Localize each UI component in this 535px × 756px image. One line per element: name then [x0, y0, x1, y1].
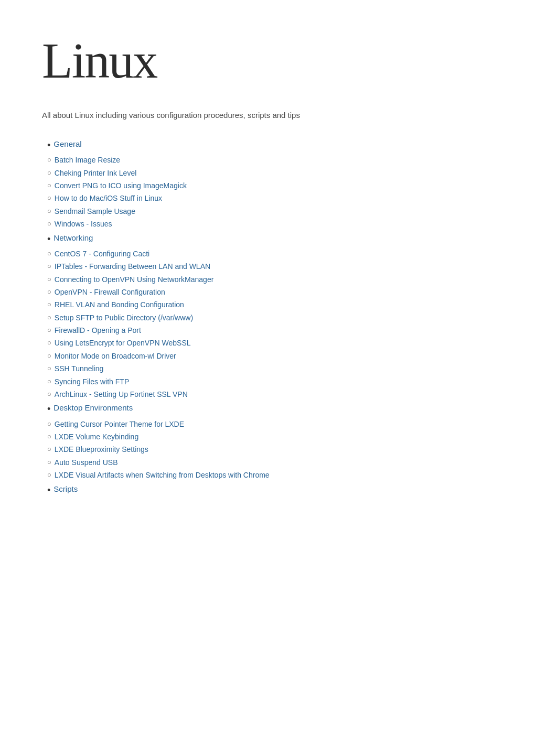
sub-items-general: ○Batch Image Resize○Cheking Printer Ink … — [47, 154, 493, 230]
sub-item-link[interactable]: Connecting to OpenVPN Using NetworkManag… — [55, 274, 214, 285]
list-item: ○Windows - Issues — [47, 218, 493, 230]
sub-bullet-icon: ○ — [47, 287, 51, 298]
sub-bullet-icon: ○ — [47, 155, 51, 166]
sub-item-link[interactable]: ArchLinux - Setting Up Fortinet SSL VPN — [55, 388, 188, 400]
sub-item-link[interactable]: Getting Cursor Pointer Theme for LXDE — [55, 418, 184, 430]
sub-bullet-icon: ○ — [47, 193, 51, 204]
sub-item-link[interactable]: Cheking Printer Ink Level — [55, 167, 136, 179]
sub-item-link[interactable]: Sendmail Sample Usage — [55, 206, 135, 217]
list-item: ○LXDE Volume Keybinding — [47, 431, 493, 442]
table-of-contents: •General○Batch Image Resize○Cheking Prin… — [47, 138, 493, 497]
bullet-dot: • — [47, 139, 50, 152]
category-link-general[interactable]: General — [54, 138, 81, 150]
list-item: ○FirewallD - Opening a Port — [47, 325, 493, 336]
list-item: ○Batch Image Resize — [47, 154, 493, 166]
category-item-general: •General — [47, 138, 493, 152]
sub-item-link[interactable]: Syncing Files with FTP — [55, 376, 129, 387]
sub-item-link[interactable]: FirewallD - Opening a Port — [55, 325, 141, 336]
sub-bullet-icon: ○ — [47, 444, 51, 455]
list-item: ○Getting Cursor Pointer Theme for LXDE — [47, 418, 493, 430]
sub-bullet-icon: ○ — [47, 363, 51, 374]
sub-item-link[interactable]: LXDE Blueproximity Settings — [55, 444, 148, 455]
sub-item-link[interactable]: Auto Suspend USB — [55, 457, 118, 468]
sub-bullet-icon: ○ — [47, 180, 51, 191]
bullet-dot: • — [47, 403, 50, 416]
list-item: ○ArchLinux - Setting Up Fortinet SSL VPN — [47, 388, 493, 400]
list-item: ○LXDE Blueproximity Settings — [47, 444, 493, 455]
sub-item-link[interactable]: SSH Tunneling — [55, 363, 103, 374]
bullet-dot: • — [47, 484, 50, 497]
category-link-networking[interactable]: Networking — [54, 232, 93, 244]
sub-bullet-icon: ○ — [47, 431, 51, 442]
sub-bullet-icon: ○ — [47, 249, 51, 260]
sub-bullet-icon: ○ — [47, 168, 51, 179]
bullet-dot: • — [47, 233, 50, 246]
sub-item-link[interactable]: Convert PNG to ICO using ImageMagick — [55, 180, 187, 191]
sub-bullet-icon: ○ — [47, 274, 51, 285]
sub-bullet-icon: ○ — [47, 325, 51, 336]
list-item: ○Auto Suspend USB — [47, 457, 493, 468]
list-item: ○SSH Tunneling — [47, 363, 493, 374]
list-item: ○Using LetsEncrypt for OpenVPN WebSSL — [47, 337, 493, 349]
category-link-scripts[interactable]: Scripts — [54, 483, 78, 495]
list-item: ○Connecting to OpenVPN Using NetworkMana… — [47, 274, 493, 285]
list-item: ○Syncing Files with FTP — [47, 376, 493, 387]
sub-item-link[interactable]: Windows - Issues — [55, 218, 112, 230]
page-title: Linux — [42, 31, 493, 90]
category-link-desktop-environments[interactable]: Desktop Environments — [54, 402, 133, 414]
list-item: ○OpenVPN - Firewall Configuration — [47, 286, 493, 298]
sub-item-link[interactable]: OpenVPN - Firewall Configuration — [55, 286, 165, 298]
sub-item-link[interactable]: CentOS 7 - Configuring Cacti — [55, 248, 149, 260]
sub-bullet-icon: ○ — [47, 206, 51, 217]
sub-item-link[interactable]: LXDE Volume Keybinding — [55, 431, 138, 442]
sub-items-desktop-environments: ○Getting Cursor Pointer Theme for LXDE○L… — [47, 418, 493, 481]
sub-item-link[interactable]: Batch Image Resize — [55, 154, 120, 166]
category-item-desktop-environments: •Desktop Environments — [47, 402, 493, 416]
sub-item-link[interactable]: RHEL VLAN and Bonding Configuration — [55, 299, 184, 310]
sub-bullet-icon: ○ — [47, 312, 51, 323]
list-item: ○Convert PNG to ICO using ImageMagick — [47, 180, 493, 191]
sub-bullet-icon: ○ — [47, 376, 51, 387]
list-item: ○RHEL VLAN and Bonding Configuration — [47, 299, 493, 310]
sub-item-link[interactable]: Monitor Mode on Broadcom-wl Driver — [55, 350, 176, 362]
page-description: All about Linux including various config… — [42, 111, 493, 120]
list-item: ○Setup SFTP to Public Directory (/var/ww… — [47, 312, 493, 323]
category-item-scripts: •Scripts — [47, 483, 493, 497]
list-item: ○How to do Mac/iOS Stuff in Linux — [47, 192, 493, 204]
sub-bullet-icon: ○ — [47, 389, 51, 400]
list-item: ○Monitor Mode on Broadcom-wl Driver — [47, 350, 493, 362]
sub-item-link[interactable]: How to do Mac/iOS Stuff in Linux — [55, 192, 162, 204]
sub-bullet-icon: ○ — [47, 457, 51, 468]
sub-item-link[interactable]: Using LetsEncrypt for OpenVPN WebSSL — [55, 337, 191, 349]
sub-item-link[interactable]: LXDE Visual Artifacts when Switching fro… — [55, 469, 270, 481]
sub-item-link[interactable]: Setup SFTP to Public Directory (/var/www… — [55, 312, 193, 323]
list-item: ○Cheking Printer Ink Level — [47, 167, 493, 179]
sub-item-link[interactable]: IPTables - Forwarding Between LAN and WL… — [55, 261, 210, 272]
list-item: ○LXDE Visual Artifacts when Switching fr… — [47, 469, 493, 481]
sub-bullet-icon: ○ — [47, 299, 51, 310]
sub-bullet-icon: ○ — [47, 338, 51, 349]
sub-bullet-icon: ○ — [47, 419, 51, 430]
sub-bullet-icon: ○ — [47, 261, 51, 272]
list-item: ○Sendmail Sample Usage — [47, 206, 493, 217]
list-item: ○CentOS 7 - Configuring Cacti — [47, 248, 493, 260]
sub-bullet-icon: ○ — [47, 219, 51, 230]
sub-items-networking: ○CentOS 7 - Configuring Cacti○IPTables -… — [47, 248, 493, 401]
sub-bullet-icon: ○ — [47, 351, 51, 362]
sub-bullet-icon: ○ — [47, 470, 51, 481]
list-item: ○IPTables - Forwarding Between LAN and W… — [47, 261, 493, 272]
category-item-networking: •Networking — [47, 232, 493, 246]
